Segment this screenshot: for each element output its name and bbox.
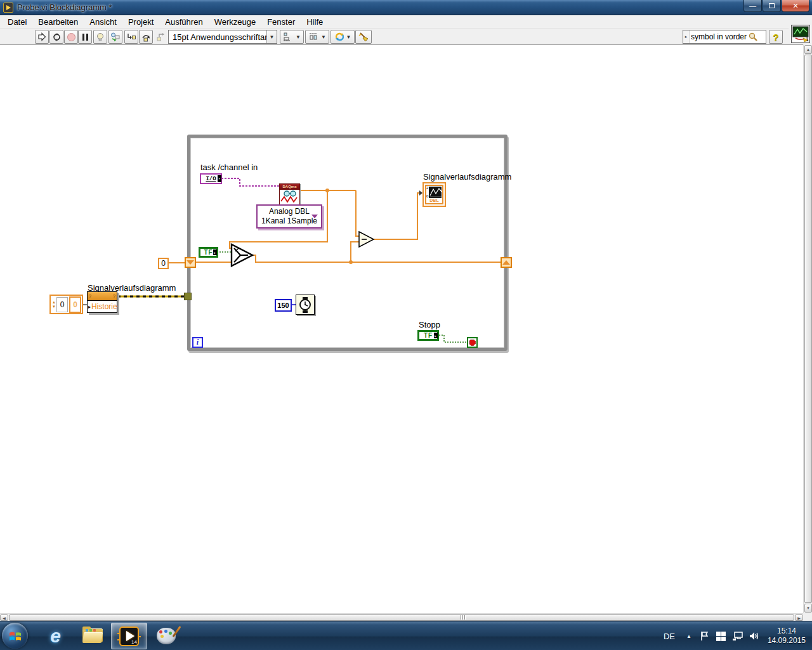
- language-indicator[interactable]: DE: [657, 632, 681, 641]
- chevron-down-icon: ▼: [266, 30, 277, 43]
- io-constant[interactable]: I/O ▸: [200, 173, 222, 184]
- clean-up-diagram-button[interactable]: [355, 30, 372, 44]
- maximize-icon: [769, 3, 775, 8]
- tf-constant-select[interactable]: TF ▸: [199, 247, 218, 258]
- align-objects-icon: [283, 32, 294, 41]
- loop-condition-terminal[interactable]: [467, 337, 478, 348]
- reorder-icon: [334, 32, 345, 42]
- search-box[interactable]: ▸: [683, 30, 766, 44]
- array-index-value[interactable]: 0: [56, 297, 69, 312]
- menu-ansicht[interactable]: Ansicht: [84, 16, 122, 28]
- shift-register-right[interactable]: [501, 257, 512, 268]
- loop-tunnel[interactable]: [184, 293, 192, 300]
- metronome-clock-icon: [298, 296, 313, 314]
- vertical-scroll-thumb[interactable]: [804, 55, 812, 603]
- network-icon[interactable]: [731, 621, 745, 650]
- daq-config-selector[interactable]: Analog DBL 1Kanal 1Sample: [256, 204, 322, 229]
- step-over-button[interactable]: [139, 30, 153, 44]
- clock-date: 14.09.2015: [768, 636, 806, 646]
- get-windows10-icon[interactable]: [714, 621, 728, 650]
- taskbar-clock[interactable]: 15:14 14.09.2015: [763, 627, 812, 646]
- history-array-constant[interactable]: ▲▼ 0 0: [49, 295, 83, 314]
- scroll-right-button[interactable]: ▶: [795, 614, 803, 621]
- array-element-value[interactable]: 0: [69, 296, 81, 313]
- highlight-execution-button[interactable]: [93, 30, 107, 44]
- abort-icon: [67, 33, 75, 41]
- align-objects-button[interactable]: ▼: [280, 30, 304, 44]
- menu-projekt[interactable]: Projekt: [122, 16, 159, 28]
- chevron-down-icon: [311, 215, 318, 218]
- retain-wire-values-button[interactable]: [108, 30, 122, 44]
- menu-hilfe[interactable]: Hilfe: [301, 16, 329, 28]
- abort-button[interactable]: [64, 30, 78, 44]
- system-tray: DE ▲ 15:14 14.09.2015: [657, 621, 812, 650]
- array-index-text: 0: [60, 300, 65, 309]
- menu-datei[interactable]: Datei: [2, 16, 32, 28]
- taskbar-paint[interactable]: [148, 623, 184, 649]
- run-button[interactable]: [35, 30, 49, 44]
- pause-button[interactable]: [78, 30, 92, 44]
- property-row-historie[interactable]: ▸ Historie: [88, 301, 117, 312]
- reorder-objects-button[interactable]: ▼: [331, 30, 355, 44]
- minimize-button[interactable]: —: [743, 0, 762, 12]
- taskbar-internet-explorer[interactable]: e: [37, 623, 74, 649]
- run-arrow-icon: [37, 32, 46, 41]
- search-history-arrow[interactable]: ▸: [683, 30, 690, 43]
- tf-dropdown-tab[interactable]: ▸: [434, 333, 438, 338]
- distribute-objects-button[interactable]: ▼: [305, 30, 329, 44]
- wait-ms-function[interactable]: [296, 295, 315, 315]
- property-node[interactable]: ? ? ▸ Historie: [87, 291, 117, 313]
- search-input[interactable]: [690, 32, 748, 41]
- daq-node-header: DAQmx: [280, 184, 299, 190]
- vi-icon[interactable]: 1: [791, 25, 810, 43]
- probe-icon: [110, 32, 121, 42]
- labview-taskbar-icon: 14: [119, 627, 139, 646]
- stop-sign-icon: [469, 340, 476, 346]
- block-diagram-canvas[interactable]: task /channel in I/O ▸ DAQmx Analog DBL …: [0, 45, 803, 613]
- daq-assistant-node[interactable]: DAQmx: [279, 183, 300, 205]
- scroll-up-button[interactable]: ▲: [804, 45, 812, 54]
- title-bar[interactable]: Probe.vi Blockdiagramm * — ✕: [0, 0, 812, 15]
- menu-fenster[interactable]: Fenster: [261, 16, 301, 28]
- menu-werkzeuge[interactable]: Werkzeuge: [209, 16, 262, 28]
- font-selector[interactable]: 15pt Anwendungsschriftart ▼: [168, 30, 277, 44]
- shift-register-init-constant[interactable]: 0: [158, 258, 169, 269]
- wait-ms-constant[interactable]: 150: [275, 299, 292, 312]
- action-center-flag-icon[interactable]: [698, 621, 712, 650]
- taskbar-labview[interactable]: 14: [111, 623, 147, 649]
- menu-bar: Datei Bearbeiten Ansicht Projekt Ausführ…: [0, 15, 812, 28]
- clock-time: 15:14: [777, 627, 796, 636]
- volume-icon[interactable]: [747, 621, 761, 650]
- property-node-mark: ?: [113, 294, 115, 298]
- menu-bearbeiten[interactable]: Bearbeiten: [32, 16, 84, 28]
- show-hidden-icons-button[interactable]: ▲: [681, 633, 697, 639]
- spinner-up-icon[interactable]: ▲: [51, 300, 56, 305]
- menu-ausfuehren[interactable]: Ausführen: [159, 16, 208, 28]
- taskbar-windows-explorer[interactable]: [74, 623, 110, 649]
- scroll-left-button[interactable]: ◀: [0, 614, 8, 621]
- vertical-scrollbar[interactable]: ▲ ▼: [803, 44, 812, 613]
- tf-dropdown-tab[interactable]: ▸: [213, 249, 217, 255]
- tf-text: TF: [204, 249, 213, 256]
- chevron-down-icon: ▼: [321, 34, 326, 40]
- context-help-button[interactable]: ?: [769, 30, 783, 44]
- distribute-objects-icon: [308, 32, 320, 41]
- init-value: 0: [161, 259, 166, 268]
- loop-iteration-terminal[interactable]: i: [192, 337, 203, 348]
- start-button[interactable]: [2, 623, 28, 649]
- scroll-down-button[interactable]: ▼: [804, 604, 812, 613]
- run-continuous-button[interactable]: [49, 30, 63, 44]
- horizontal-scroll-thumb[interactable]: [9, 614, 794, 621]
- step-out-button[interactable]: [154, 30, 167, 44]
- maximize-button[interactable]: [763, 0, 781, 12]
- shift-register-left[interactable]: [185, 257, 196, 268]
- spinner-down-icon[interactable]: ▼: [51, 305, 56, 309]
- waveform-chart-terminal[interactable]: 2 0 DBL: [422, 182, 446, 207]
- step-into-button[interactable]: [124, 30, 138, 44]
- close-button[interactable]: ✕: [782, 0, 809, 12]
- io-constant-dropdown-tab[interactable]: ▸: [218, 175, 221, 182]
- stop-tf-terminal[interactable]: TF ▸: [417, 330, 439, 341]
- folder-icon: [82, 628, 103, 644]
- horizontal-scrollbar[interactable]: ◀ ▶: [0, 613, 803, 621]
- array-index-spinner[interactable]: ▲▼: [51, 297, 56, 312]
